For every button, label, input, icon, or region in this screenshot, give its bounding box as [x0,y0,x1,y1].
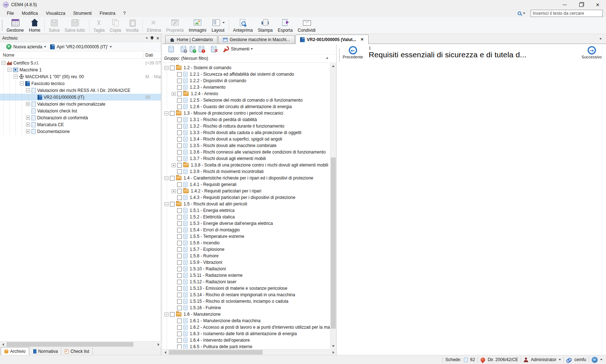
tree-item[interactable]: −MACCHINA 1 "00" (00) rev. 00M. - Macc [0,73,161,80]
risk-item-checkbox[interactable] [177,208,182,213]
expander-plus-icon[interactable]: + [26,116,30,120]
minimize-button[interactable] [556,0,573,9]
expander-plus-icon[interactable]: + [172,163,176,167]
tree-item[interactable]: +Valutazioni dei rischi personalizzate [0,101,161,107]
risk-item-checkbox[interactable] [177,319,182,323]
risk-tree-item[interactable]: −1.5 - Rischi dovuti ad altri pericoli [162,201,330,207]
risk-tree-item[interactable]: 1.6.3 - Isolamento dalle fonti di alimen… [162,330,330,337]
document-tab-0[interactable]: Home | Calendario [165,35,218,44]
expander-minus-icon[interactable]: − [8,68,12,72]
successivo-button[interactable]: → Successivo [581,45,602,60]
menu-strumenti[interactable]: Strumenti [69,10,96,17]
risk-tree-item[interactable]: −1.3 - Misure di protezione contro i per… [162,110,330,116]
group-filter-caret[interactable] [326,58,328,59]
risk-item-checkbox[interactable] [177,79,182,83]
scheda-esclusa-button[interactable] [210,45,218,53]
risk-tree-item[interactable]: 1.5.2 - Elettricità statica [162,214,330,220]
expander-minus-icon[interactable]: − [14,75,18,79]
layout-button[interactable]: Layout [209,17,227,34]
risk-item-checkbox[interactable] [177,325,182,330]
column-header-nome[interactable]: Nome [3,53,14,58]
risk-tree-item[interactable]: −1.2 - Sistemi di comando [162,65,330,71]
tree-item[interactable]: −Certifico S.r.l.(+39 075 5 [0,59,161,66]
risk-tree-item[interactable]: 1.5.10 - Radiazioni [162,266,330,272]
risk-tree-item[interactable]: −1.6 - Manutenzione [162,311,330,318]
risk-tree-item[interactable]: 1.2.3 - Avviamento [162,84,330,90]
search-input[interactable] [531,10,603,17]
tree-item[interactable]: −Macchine 1 [0,66,161,73]
risk-item-checkbox[interactable] [177,156,182,161]
risk-item-checkbox[interactable] [177,182,182,187]
scroll-up-button[interactable] [330,63,336,69]
risk-item-checkbox[interactable] [177,286,182,291]
menu-visualizza[interactable]: Visualizza [42,10,69,17]
search-icon[interactable] [518,12,521,15]
risk-tree-item[interactable]: 1.2.2 - Dispositivi di comando [162,77,330,84]
risk-tree-item[interactable]: 1.3.1 - Rischio di perdita di stabilità [162,116,330,123]
risk-tree-item[interactable]: 1.5.8 - Rumore [162,253,330,259]
risk-item-checkbox[interactable] [177,150,182,155]
apri-button[interactable]: Apri 'VR2-001/000005 (IT)' [49,44,113,50]
risk-tree-item[interactable]: 1.2.5 - Selezione del modo di comando o … [162,97,330,103]
tree-item[interactable]: VR2-001/000005 (IT)00 [0,94,161,101]
risk-item-checkbox[interactable] [177,117,182,122]
scroll-down-button[interactable] [330,343,336,349]
scheda-conforme-button[interactable] [189,45,196,53]
panel-close-icon[interactable] [156,36,159,41]
risk-tree-item[interactable]: 1.5.13 - Emissioni di materie e sostanze… [162,285,330,292]
risk-item-checkbox[interactable] [177,215,182,219]
risk-item-checkbox[interactable] [177,85,182,90]
scheda-non-conforme-button[interactable] [198,45,205,53]
scheda-non-valutata-button[interactable] [180,45,187,53]
risk-item-checkbox[interactable] [177,293,182,297]
risk-tree-item[interactable]: −1.4 - Caratteristiche richieste per i r… [162,175,330,181]
expander-minus-icon[interactable]: − [164,176,168,180]
menu-modifica[interactable]: Modifica [18,10,42,17]
risk-item-checkbox[interactable] [177,306,182,310]
document-tab-2[interactable]: VR2-001/000005 (Valut...✕ [295,35,369,44]
risk-tree-item[interactable]: 1.5.9 - Vibrazioni [162,259,330,266]
expander-minus-icon[interactable]: − [26,88,30,92]
search-options-caret[interactable] [523,13,525,14]
menu-?[interactable]: ? [119,10,130,17]
maximize-button[interactable] [573,0,589,9]
close-button[interactable] [589,0,606,9]
home-button[interactable]: Home [26,17,43,34]
risk-item-checkbox[interactable] [177,260,182,265]
risk-tree-item[interactable]: 1.5.1 - Energia elettrica [162,207,330,214]
risk-tree-item[interactable]: 1.5.6 - Incendio [162,240,330,246]
language-caret[interactable] [600,359,602,360]
tree-item[interactable]: +Dichiarazioni di conformità [0,114,161,121]
scroll-thumb[interactable] [331,157,336,329]
archivio-hscrollbar[interactable] [0,341,161,347]
risk-item-checkbox[interactable] [177,228,182,232]
expander-plus-icon[interactable]: + [172,189,176,193]
document-tab-1[interactable]: Gestione macchine in Macchi... [218,35,295,44]
risk-item-checkbox[interactable] [177,280,182,284]
risk-tree-item[interactable]: 1.6.4 - Intervento dell'operatore [162,337,330,343]
risk-tree-item[interactable]: 1.6.5 - Pulitura delle parti interne [162,343,330,349]
expander-plus-icon[interactable]: + [26,129,30,133]
risk-tree-item[interactable]: 1.5.4 - Errori di montaggio [162,227,330,233]
panel-tab-archivio[interactable]: Archivio [1,347,29,355]
risk-item-checkbox[interactable] [177,130,182,135]
expander-plus-icon[interactable]: + [172,92,176,96]
risk-tree-item[interactable]: 1.5.14 - Rischio di restare imprigionati… [162,292,330,298]
tree-item[interactable]: +Marcatura CE [0,121,161,128]
risk-tree-item[interactable]: 1.3.2 - Rischio di rottura durante il fu… [162,123,330,129]
tree-item[interactable]: −Valutazioni dei rischi RESS All. I Dir.… [0,87,161,94]
strumenti-button[interactable]: Strumenti [222,45,254,53]
risk-tree-item[interactable]: 1.5.7 - Esplosione [162,246,330,253]
scroll-thumb[interactable] [6,342,133,347]
risk-item-checkbox[interactable] [177,137,182,142]
risk-tree-item[interactable]: 1.5.15 - Rischio di scivolamento, inciam… [162,298,330,305]
expander-minus-icon[interactable]: − [1,61,5,65]
menu-file[interactable]: File [3,10,18,17]
risk-item-checkbox[interactable] [177,267,182,271]
risk-tree-item[interactable]: 1.3.4 - Rischi dovuti a superfici, spigo… [162,136,330,142]
risk-item-checkbox[interactable] [177,124,182,129]
risk-item-checkbox[interactable] [170,312,175,317]
risk-item-checkbox[interactable] [170,66,175,70]
esporta-button[interactable]: Esporta [275,17,295,34]
risk-tree-item[interactable]: 1.6.2 - Accesso ai posti di lavoro e ai … [162,324,330,330]
